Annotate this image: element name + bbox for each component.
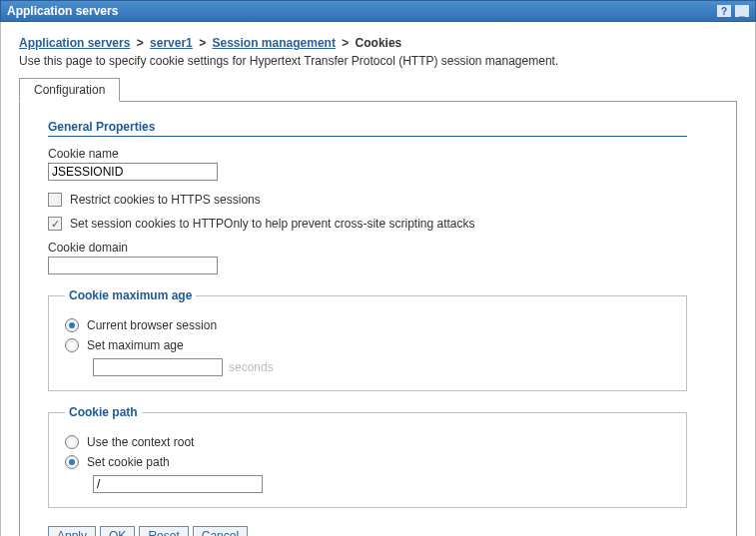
field-restrict-https: Restrict cookies to HTTPS sessions bbox=[48, 193, 708, 207]
group-cookie-max-age: Cookie maximum age Current browser sessi… bbox=[48, 288, 687, 391]
cookie-path-input[interactable] bbox=[93, 475, 263, 493]
breadcrumb-app-servers[interactable]: Application servers bbox=[19, 36, 130, 50]
breadcrumb-sep: > bbox=[199, 36, 206, 50]
radio-current-session-label: Current browser session bbox=[87, 318, 217, 332]
breadcrumb-session-mgmt[interactable]: Session management bbox=[213, 36, 336, 50]
cookie-domain-input[interactable] bbox=[48, 257, 218, 274]
breadcrumb-server1[interactable]: server1 bbox=[150, 36, 193, 50]
radio-use-context-root-label: Use the context root bbox=[87, 435, 194, 449]
cookie-max-age-legend: Cookie maximum age bbox=[65, 288, 196, 302]
field-cookie-name: Cookie name bbox=[48, 147, 708, 181]
breadcrumb: Application servers > server1 > Session … bbox=[19, 36, 737, 50]
cookie-path-legend: Cookie path bbox=[65, 405, 142, 419]
apply-button[interactable]: Apply bbox=[48, 526, 96, 536]
restrict-https-checkbox[interactable] bbox=[48, 193, 62, 207]
breadcrumb-current: Cookies bbox=[356, 36, 402, 50]
httponly-label: Set session cookies to HTTPOnly to help … bbox=[70, 217, 475, 231]
radio-set-max-age-label: Set maximum age bbox=[87, 338, 184, 352]
breadcrumb-sep: > bbox=[137, 36, 144, 50]
titlebar-title: Application servers bbox=[7, 4, 118, 18]
radio-use-context-root[interactable] bbox=[65, 435, 79, 449]
button-row: Apply OK Reset Cancel bbox=[48, 526, 708, 536]
field-httponly: Set session cookies to HTTPOnly to help … bbox=[48, 217, 708, 231]
max-age-seconds-input[interactable] bbox=[93, 358, 223, 376]
tab-configuration[interactable]: Configuration bbox=[19, 78, 120, 102]
radio-set-max-age[interactable] bbox=[65, 338, 79, 352]
group-cookie-path: Cookie path Use the context root Set coo… bbox=[48, 405, 687, 508]
restrict-https-label: Restrict cookies to HTTPS sessions bbox=[70, 193, 261, 207]
page-body: Application servers > server1 > Session … bbox=[0, 22, 756, 536]
breadcrumb-sep: > bbox=[342, 36, 349, 50]
help-icon[interactable]: ? bbox=[717, 5, 731, 17]
tab-panel-configuration: General Properties Cookie name Restrict … bbox=[19, 101, 737, 536]
minimize-icon[interactable]: _ bbox=[735, 5, 749, 17]
titlebar: Application servers ? _ bbox=[0, 0, 756, 22]
radio-set-cookie-path[interactable] bbox=[65, 455, 79, 469]
tab-bar: Configuration bbox=[19, 78, 737, 102]
cookie-name-label: Cookie name bbox=[48, 147, 708, 161]
httponly-checkbox[interactable] bbox=[48, 217, 62, 231]
radio-current-session[interactable] bbox=[65, 318, 79, 332]
field-cookie-domain: Cookie domain bbox=[48, 241, 708, 274]
radio-set-cookie-path-label: Set cookie path bbox=[87, 455, 170, 469]
ok-button[interactable]: OK bbox=[100, 526, 135, 536]
cookie-name-input[interactable] bbox=[48, 163, 218, 181]
section-general-properties: General Properties bbox=[48, 120, 687, 137]
page-description: Use this page to specify cookie settings… bbox=[19, 54, 737, 68]
reset-button[interactable]: Reset bbox=[139, 526, 188, 536]
seconds-unit-label: seconds bbox=[229, 360, 274, 374]
cancel-button[interactable]: Cancel bbox=[193, 526, 248, 536]
cookie-domain-label: Cookie domain bbox=[48, 241, 708, 255]
